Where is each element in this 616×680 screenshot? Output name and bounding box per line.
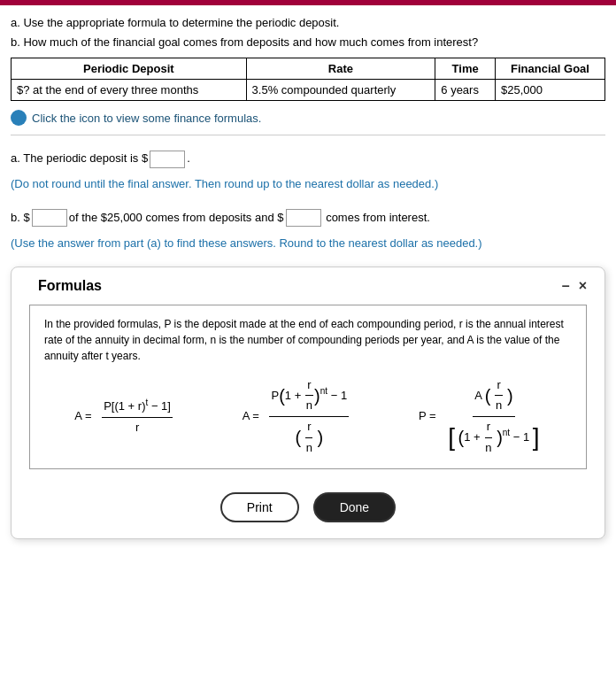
formula-box: In the provided formulas, P is the depos… [29, 305, 587, 469]
col-header-time: Time [435, 58, 496, 80]
col-header-deposit: Periodic Deposit [12, 58, 247, 80]
answer-b-note: (Use the answer from part (a) to find th… [11, 233, 605, 253]
formula-3: P = A ( r n ) [419, 376, 542, 458]
col-header-goal: Financial Goal [496, 58, 605, 80]
answer-b-deposits-input[interactable] [32, 209, 67, 227]
info-text: Click the icon to view some finance form… [32, 112, 261, 125]
info-icon[interactable] [11, 110, 27, 126]
cell-goal: $25,000 [496, 80, 605, 101]
cell-rate: 3.5% compounded quarterly [246, 80, 435, 101]
answer-b-prefix: b. $ [11, 211, 30, 224]
data-table: Periodic Deposit Rate Time Financial Goa… [11, 58, 605, 101]
formula-1: A = P[(1 + r)t − 1] r [74, 396, 173, 437]
modal-controls: – × [562, 278, 587, 294]
answer-a-line: a. The periodic deposit is $. [11, 148, 605, 168]
col-header-rate: Rate [246, 58, 435, 80]
modal-header: Formulas – × [12, 267, 604, 301]
table-row: $? at the end of every three months 3.5%… [12, 80, 605, 101]
close-button[interactable]: × [579, 278, 587, 294]
answer-a-input[interactable] [150, 151, 185, 168]
formulas-row: A = P[(1 + r)t − 1] r A = [44, 376, 572, 458]
formula1-fraction: P[(1 + r)t − 1] r [102, 396, 173, 437]
question-a: a. Use the appropriate formula to determ… [11, 14, 605, 32]
question-b: b. How much of the financial goal comes … [11, 34, 605, 51]
done-button[interactable]: Done [313, 492, 396, 522]
minimize-button[interactable]: – [562, 278, 570, 294]
answer-a-suffix: . [187, 151, 190, 165]
divider [11, 135, 605, 135]
answer-b-suffix: comes from interest. [326, 211, 430, 224]
formula3-fraction: A ( r n ) [ (1 + [446, 376, 541, 458]
modal-title: Formulas [38, 278, 102, 294]
answer-b-line: b. $of the $25,000 comes from deposits a… [11, 207, 605, 228]
formula2-lhs: A = [243, 407, 259, 426]
formula3-lhs: P = [419, 407, 436, 426]
formula2-fraction: P(1 + r n )nt − 1 ( r n [269, 376, 349, 458]
answer-section: a. The periodic deposit is $. (Do not ro… [11, 148, 605, 195]
formula-description: In the provided formulas, P is the depos… [44, 316, 572, 364]
answer-b-interest-input[interactable] [286, 209, 321, 227]
print-button[interactable]: Print [220, 492, 299, 522]
formula-2: A = P(1 + r n )nt − 1 ( [243, 376, 349, 458]
formula-modal: Formulas – × In the provided formulas, P… [11, 267, 605, 539]
answer-a-prefix: a. The periodic deposit is $ [11, 151, 148, 165]
formula1-lhs: A = [74, 407, 91, 426]
question-block: a. Use the appropriate formula to determ… [11, 14, 605, 50]
cell-deposit: $? at the end of every three months [12, 80, 247, 101]
modal-footer: Print Done [12, 483, 604, 538]
cell-time: 6 years [435, 80, 496, 101]
answer-b-mid: of the $25,000 comes from deposits and $ [69, 211, 284, 224]
answer-b-section: b. $of the $25,000 comes from deposits a… [11, 207, 605, 254]
info-row[interactable]: Click the icon to view some finance form… [11, 110, 605, 126]
answer-a-note: (Do not round until the final answer. Th… [11, 174, 605, 194]
